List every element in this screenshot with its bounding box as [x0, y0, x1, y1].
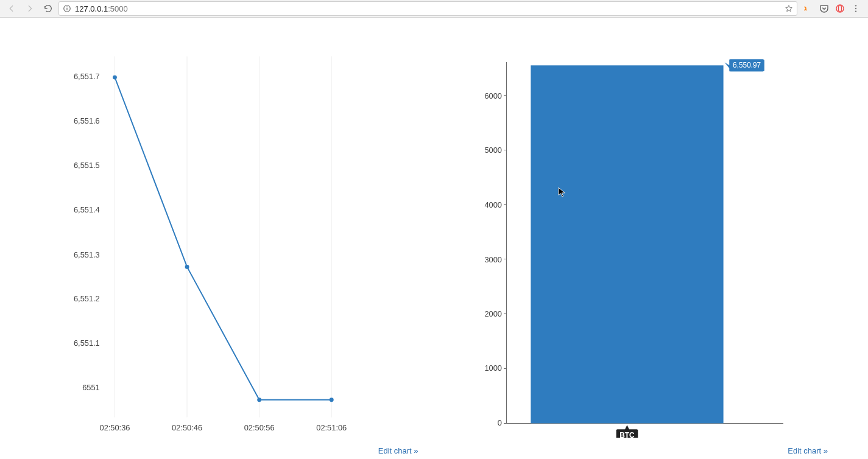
back-button[interactable] [4, 1, 19, 16]
svg-text:02:50:36: 02:50:36 [100, 423, 130, 432]
svg-text:1000: 1000 [484, 363, 502, 373]
reload-icon [43, 4, 53, 13]
info-icon [63, 4, 71, 13]
bar-value-label: 6,550.97 [724, 59, 764, 71]
bar-chart-edit-row: Edit chart » [446, 438, 832, 455]
kebab-menu-icon[interactable] [851, 4, 861, 13]
svg-text:4000: 4000 [484, 200, 502, 209]
svg-point-6 [855, 5, 856, 6]
svg-text:6,551.3: 6,551.3 [74, 250, 100, 259]
svg-text:BTC: BTC [619, 431, 635, 438]
svg-point-7 [855, 8, 856, 9]
arrow-left-icon [7, 4, 16, 13]
svg-text:5000: 5000 [484, 145, 502, 155]
address-bar[interactable]: 127.0.0.1:5000 [58, 1, 797, 16]
line-series [115, 77, 331, 400]
svg-point-8 [855, 10, 856, 12]
pocket-icon[interactable] [819, 4, 829, 13]
extension-icon-1[interactable]: ג [803, 4, 813, 13]
svg-text:6,551.1: 6,551.1 [74, 338, 100, 348]
svg-text:ג: ג [804, 4, 807, 12]
svg-marker-44 [624, 425, 629, 430]
svg-text:3000: 3000 [484, 255, 502, 264]
svg-text:6,551.5: 6,551.5 [74, 161, 100, 170]
edit-chart-link-right[interactable]: Edit chart » [788, 446, 828, 455]
bar-chart-container: 0 1000 2000 3000 4000 5000 6000 [446, 36, 832, 455]
svg-text:02:50:56: 02:50:56 [244, 423, 275, 432]
svg-point-5 [838, 5, 841, 12]
svg-text:6000: 6000 [484, 91, 502, 100]
extension-icons: ג [800, 4, 864, 13]
svg-point-2 [66, 6, 68, 7]
browser-toolbar: 127.0.0.1:5000 ג [0, 0, 868, 18]
bar-chart-y-ticks: 0 1000 2000 3000 4000 5000 6000 [484, 91, 506, 428]
svg-text:6,550.97: 6,550.97 [733, 61, 761, 69]
svg-text:02:50:46: 02:50:46 [172, 423, 202, 432]
line-point-3[interactable] [330, 398, 334, 402]
line-point-0[interactable] [113, 75, 117, 80]
edit-chart-link-left[interactable]: Edit chart » [378, 446, 418, 455]
bar-chart[interactable]: 0 1000 2000 3000 4000 5000 6000 [446, 36, 832, 438]
reload-button[interactable] [40, 1, 56, 16]
svg-text:6,551.4: 6,551.4 [74, 205, 100, 214]
svg-text:2000: 2000 [484, 309, 502, 318]
line-point-1[interactable] [185, 265, 189, 269]
url-text: 127.0.0.1:5000 [75, 4, 128, 13]
star-icon[interactable] [785, 4, 793, 13]
opera-icon[interactable] [835, 4, 845, 13]
svg-text:0: 0 [497, 418, 501, 427]
svg-text:6,551.6: 6,551.6 [74, 116, 100, 125]
bar-x-category-label: BTC [616, 425, 638, 438]
line-point-2[interactable] [257, 398, 261, 402]
line-chart-x-axis: 02:50:36 02:50:46 02:50:56 02:51:06 [100, 423, 347, 432]
line-chart[interactable]: 6551 6,551.1 6,551.2 6,551.3 6,551.4 6,5… [37, 36, 422, 438]
line-chart-grid [115, 57, 331, 418]
svg-text:6,551.7: 6,551.7 [74, 72, 100, 81]
bar-btc[interactable] [531, 65, 723, 423]
page-content: 6551 6,551.1 6,551.2 6,551.3 6,551.4 6,5… [0, 18, 868, 455]
line-chart-container: 6551 6,551.1 6,551.2 6,551.3 6,551.4 6,5… [37, 36, 422, 455]
svg-text:6,551.2: 6,551.2 [74, 294, 100, 303]
line-chart-y-axis: 6551 6,551.1 6,551.2 6,551.3 6,551.4 6,5… [74, 72, 100, 392]
svg-text:02:51:06: 02:51:06 [316, 423, 347, 432]
arrow-right-icon [25, 4, 35, 13]
line-chart-edit-row: Edit chart » [37, 438, 422, 455]
svg-point-4 [836, 5, 844, 12]
svg-text:6551: 6551 [82, 383, 100, 392]
forward-button[interactable] [22, 1, 38, 16]
